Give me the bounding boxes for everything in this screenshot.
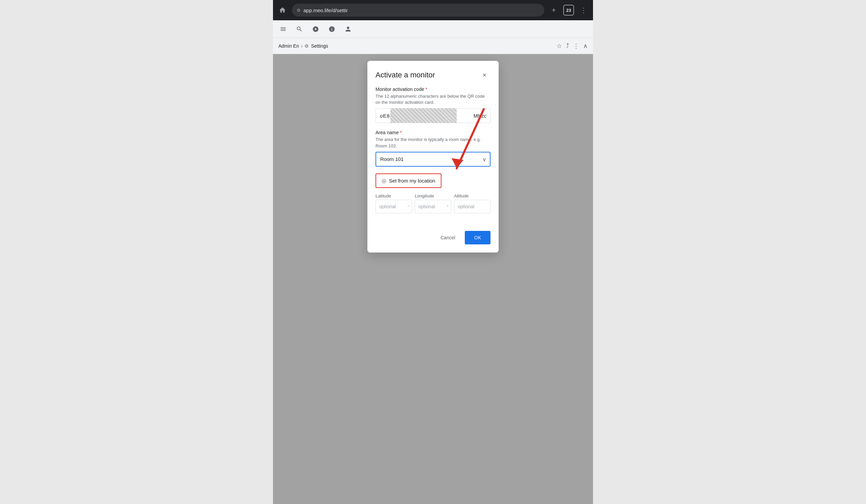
close-button[interactable]: × bbox=[478, 69, 490, 81]
info-icon[interactable] bbox=[327, 24, 336, 34]
menu-icon[interactable] bbox=[278, 24, 288, 34]
breadcrumb-actions: ☆ ⤴ ⋮ ∧ bbox=[556, 42, 588, 50]
activation-code-label: Monitor activation code * bbox=[376, 87, 490, 92]
latitude-input-wrapper: ° bbox=[376, 200, 412, 213]
download-icon[interactable] bbox=[311, 24, 320, 34]
breadcrumb-app: Admin En bbox=[278, 43, 299, 49]
breadcrumb-page: Settings bbox=[311, 43, 328, 49]
altitude-label: Altitude bbox=[454, 193, 490, 198]
activation-code-input-wrapper: MNzc bbox=[376, 108, 490, 123]
altitude-field: Altitude bbox=[454, 193, 490, 213]
browser-menu-button[interactable]: ⋮ bbox=[578, 5, 589, 15]
dialog-title: Activate a monitor bbox=[376, 71, 435, 79]
address-text: app.meo.life/d/settir bbox=[303, 8, 348, 13]
search-icon[interactable] bbox=[295, 24, 304, 34]
altitude-input[interactable] bbox=[454, 200, 490, 213]
lock-icon: ⚙ bbox=[297, 8, 301, 13]
location-section: ◎ Set from my location bbox=[376, 173, 490, 193]
latitude-field: Latitude ° bbox=[376, 193, 412, 213]
area-name-select-wrapper: Room 101 ∨ bbox=[376, 152, 490, 167]
area-name-description: The area for the monitor is typically a … bbox=[376, 137, 490, 149]
dialog-footer: Cancel OK bbox=[367, 228, 499, 252]
home-button[interactable] bbox=[277, 5, 288, 15]
longitude-input[interactable] bbox=[415, 200, 451, 213]
latitude-label: Latitude bbox=[376, 193, 412, 198]
required-marker: * bbox=[425, 87, 427, 92]
browser-chrome: ⚙ app.meo.life/d/settir + 23 ⋮ bbox=[273, 0, 593, 20]
latitude-unit: ° bbox=[408, 204, 409, 209]
longitude-field: Longitude ° bbox=[415, 193, 451, 213]
coordinates-row: Latitude ° Longitude ° bbox=[376, 193, 490, 213]
tab-count[interactable]: 23 bbox=[563, 5, 574, 15]
dialog-body: Monitor activation code * The 12 alphanu… bbox=[367, 87, 499, 228]
activation-code-group: Monitor activation code * The 12 alphanu… bbox=[376, 87, 490, 123]
location-icon: ◎ bbox=[381, 177, 386, 184]
collapse-icon[interactable]: ∧ bbox=[583, 42, 588, 50]
altitude-input-wrapper bbox=[454, 200, 490, 213]
longitude-unit: ° bbox=[447, 204, 448, 209]
area-name-group: Area name * The area for the monitor is … bbox=[376, 130, 490, 166]
settings-breadcrumb-icon: ⚙ bbox=[304, 43, 309, 49]
share-icon[interactable]: ⤴ bbox=[566, 42, 569, 50]
dialog-header: Activate a monitor × bbox=[367, 61, 499, 87]
breadcrumb-bar: Admin En › ⚙ Settings ☆ ⤴ ⋮ ∧ bbox=[273, 38, 593, 54]
profile-icon[interactable] bbox=[343, 24, 353, 34]
area-name-label: Area name * bbox=[376, 130, 490, 135]
browser-container: ⚙ app.meo.life/d/settir + 23 ⋮ bbox=[273, 0, 593, 504]
star-icon[interactable]: ☆ bbox=[556, 42, 562, 50]
activation-code-input[interactable] bbox=[376, 108, 490, 123]
set-from-location-button[interactable]: ◎ Set from my location bbox=[376, 173, 442, 188]
breadcrumb-separator: › bbox=[301, 43, 303, 49]
activation-code-description: The 12 alphanumeric characters are below… bbox=[376, 93, 490, 105]
area-required-marker: * bbox=[400, 130, 401, 135]
activate-monitor-dialog: Activate a monitor × Monitor activation … bbox=[367, 61, 499, 252]
address-bar[interactable]: ⚙ app.meo.life/d/settir bbox=[292, 4, 544, 16]
longitude-input-wrapper: ° bbox=[415, 200, 451, 213]
page-content: Activate a monitor × Monitor activation … bbox=[273, 54, 593, 504]
browser-toolbar bbox=[273, 20, 593, 38]
longitude-label: Longitude bbox=[415, 193, 451, 198]
cancel-button[interactable]: Cancel bbox=[434, 231, 462, 244]
latitude-input[interactable] bbox=[376, 200, 412, 213]
more-icon[interactable]: ⋮ bbox=[573, 42, 579, 50]
area-name-select[interactable]: Room 101 bbox=[376, 152, 490, 167]
ok-button[interactable]: OK bbox=[465, 231, 490, 244]
new-tab-button[interactable]: + bbox=[548, 5, 559, 15]
